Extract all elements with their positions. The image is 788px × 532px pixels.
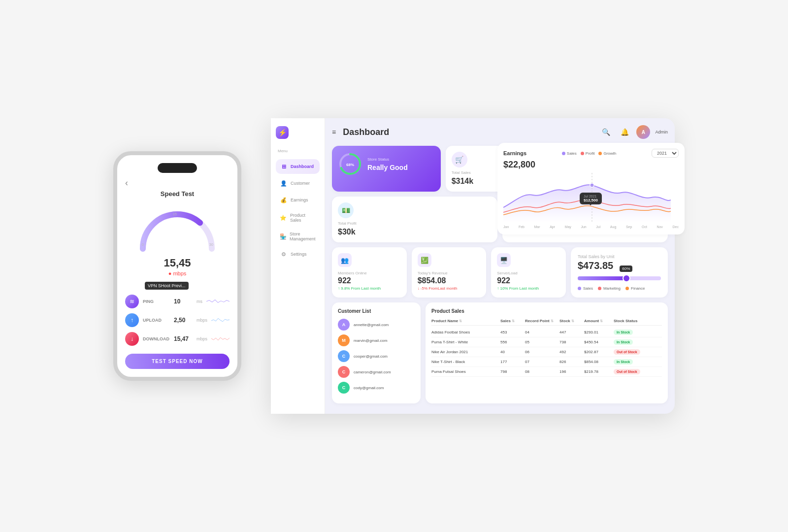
product-sales-icon: ⭐: [280, 214, 287, 222]
customer-avatar-4: C: [338, 366, 350, 378]
table-row: Nike T-Shirt - Black 177 07 826 $854.08 …: [431, 357, 662, 367]
legend-growth: Growth: [598, 151, 616, 156]
profit-icon-row: 💵: [338, 202, 492, 218]
revenue-icon: 💹: [418, 253, 431, 267]
customer-email-5: cody@gmail.com: [354, 386, 384, 390]
col-amount: Amount ⇅: [584, 319, 614, 323]
server-change: ↑ 10% From Last month: [497, 286, 560, 291]
dashboard-icon: ⊞: [280, 163, 288, 170]
download-unit: mbps: [197, 336, 207, 341]
topbar-right: 🔍 🔔 A Admin: [599, 125, 668, 139]
ts-legend-sales: Sales: [578, 286, 593, 291]
sidebar-label-dashboard: Dashboard: [291, 164, 314, 169]
members-value: 922: [338, 276, 401, 285]
marketing-dot: [598, 287, 601, 290]
dashboard-container: ⚡ Menu ⊞ Dashboard 👤 Customer 💰 Earnings…: [271, 118, 675, 414]
customer-avatar-2: M: [338, 334, 350, 346]
customer-list-card: Customer List A annette@gmail.com M marv…: [332, 302, 421, 403]
sidebar-label-store: Store Management: [290, 232, 316, 241]
col-stock: Stock ⇅: [559, 319, 584, 323]
col-product-name: Product Name ⇅: [431, 319, 500, 323]
phone-notch: [158, 163, 197, 173]
table-row: Puma T-Shirt - White 556 05 738 $450.54 …: [431, 337, 662, 347]
progress-bar: 60%: [578, 276, 661, 280]
customer-item-2: M marvin@gmail.com: [338, 334, 415, 346]
legend-profit: Profit: [581, 151, 595, 156]
sidebar-label-product-sales: Product Sales: [290, 213, 316, 223]
server-icon: 🖥️: [497, 253, 511, 267]
svg-text:15: 15: [173, 212, 177, 216]
table-row: Nike Air Jordan 2021 40 06 492 $202.87 O…: [431, 347, 662, 357]
sort-record-icon[interactable]: ⇅: [551, 319, 554, 323]
ping-unit: ms: [197, 299, 202, 304]
svg-text:30: 30: [209, 243, 213, 246]
test-speed-button[interactable]: TEST SPEED NOW: [125, 354, 230, 369]
back-button[interactable]: ‹: [125, 178, 230, 188]
topbar: ≡ Dashboard 🔍 🔔 A Admin: [332, 125, 668, 139]
year-select[interactable]: 2021 2020: [652, 149, 679, 158]
customer-item-3: C cooper@gmail.com: [338, 350, 415, 362]
sort-sales-icon[interactable]: ⇅: [512, 319, 515, 323]
earnings-title: Earnings: [503, 150, 526, 156]
earnings-card: Earnings Sales Profit Growth 2021 2020: [497, 143, 685, 234]
settings-icon: ⚙: [280, 250, 288, 258]
sidebar-label-customer: Customer: [291, 181, 310, 186]
store-icon: 🏪: [280, 233, 287, 240]
sidebar-item-product-sales[interactable]: ⭐ Product Sales: [276, 209, 320, 226]
server-value: 922: [497, 276, 560, 285]
featured-top: 68% Store Status Really Good: [338, 152, 435, 176]
admin-label: Admin: [655, 130, 668, 134]
menu-label: Menu: [276, 149, 320, 153]
col-record: Record Point ⇅: [525, 319, 559, 323]
sidebar-item-settings[interactable]: ⚙ Settings: [276, 247, 320, 262]
store-status-card: 68% Store Status Really Good: [332, 146, 441, 192]
ping-label: PING: [143, 299, 170, 304]
members-label: Members Online: [338, 271, 401, 275]
logo-icon: ⚡: [276, 126, 289, 139]
sidebar-item-earnings[interactable]: 💰 Earnings: [276, 193, 320, 207]
profit-icon: 💵: [338, 202, 354, 218]
ping-icon: ≋: [125, 295, 139, 308]
speedometer: 0 30 15: [133, 204, 222, 254]
store-status-circle: 68%: [338, 152, 362, 176]
progress-thumb: [623, 274, 630, 282]
earnings-value: $22,800: [503, 160, 679, 170]
members-change: ↑ 9.8% From Last month: [338, 286, 401, 291]
sort-product-icon[interactable]: ⇅: [459, 319, 462, 323]
phone-title: Speed Test: [125, 190, 230, 198]
avatar[interactable]: A: [636, 125, 650, 139]
total-sales-icon: 🛒: [452, 152, 467, 167]
earnings-legend: Sales Profit Growth: [562, 151, 616, 156]
vpn-tooltip: VPN SHoot Previ...: [145, 282, 189, 290]
customer-item-1: A annette@gmail.com: [338, 319, 415, 331]
profit-value: $30k: [338, 228, 492, 236]
speed-unit: ● mbps: [125, 270, 230, 276]
sidebar-logo: ⚡: [276, 126, 320, 139]
sort-stock-icon[interactable]: ⇅: [571, 319, 574, 323]
server-label: ServerLoad: [497, 271, 560, 275]
upload-label: UPLOAD: [143, 318, 170, 323]
hamburger-icon[interactable]: ≡: [332, 128, 336, 136]
sidebar-item-store[interactable]: 🏪 Store Management: [276, 228, 320, 245]
customer-item-4: C cameron@gmail.com: [338, 366, 415, 378]
sort-amount-icon[interactable]: ⇅: [600, 319, 603, 323]
customer-item-5: C cody@gmail.com: [338, 382, 415, 394]
customer-avatar-5: C: [338, 382, 350, 394]
revenue-value: $854.08: [418, 276, 481, 285]
search-icon[interactable]: 🔍: [599, 125, 613, 139]
table-body: Adidas Footbal Shoes 453 04 447 $293.01 …: [431, 328, 662, 377]
ts-legend: Sales Marketing Finance: [578, 286, 661, 291]
customer-email-4: cameron@gmail.com: [354, 370, 391, 374]
legend-profit-dot: [581, 152, 584, 155]
progress-fill: 60%: [578, 276, 627, 280]
download-wave: [211, 333, 230, 345]
sidebar-label-earnings: Earnings: [291, 198, 308, 202]
col-status: Stock Status: [614, 319, 648, 323]
bottom-section: Customer List A annette@gmail.com M marv…: [332, 302, 668, 403]
server-load-card: 🖥️ ServerLoad 922 ↑ 10% From Last month: [491, 247, 566, 298]
chart-months: JanFebMarAprMayJunJulAugSepOctNovDec: [503, 225, 679, 229]
sidebar-item-customer[interactable]: 👤 Customer: [276, 176, 320, 191]
sidebar-item-dashboard[interactable]: ⊞ Dashboard: [276, 159, 320, 174]
bell-icon[interactable]: 🔔: [618, 125, 631, 139]
progress-tooltip: 60%: [620, 266, 632, 272]
